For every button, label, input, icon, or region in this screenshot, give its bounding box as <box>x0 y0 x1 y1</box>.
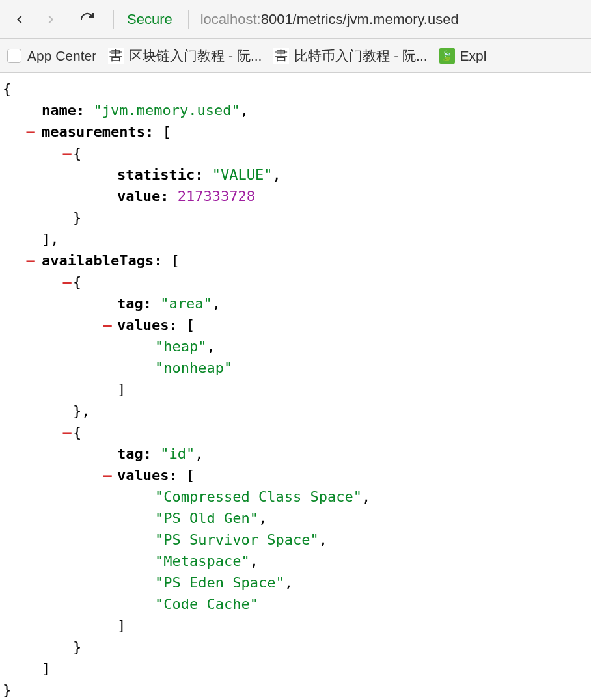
browser-toolbar: Secure localhost:8001/metrics/jvm.memory… <box>0 0 591 39</box>
collapse-toggle[interactable]: – <box>62 422 72 443</box>
json-brace: { <box>3 81 11 97</box>
json-str: "PS Survivor Space" <box>155 532 319 548</box>
collapse-toggle[interactable]: – <box>62 271 72 293</box>
bookmarks-bar: App Center 書 区块链入门教程 - 阮... 書 比特币入门教程 - … <box>0 39 591 73</box>
collapse-toggle[interactable]: – <box>26 250 35 271</box>
json-key-value: value: <box>117 188 169 204</box>
url-host: localhost: <box>200 11 261 27</box>
json-key-values: values: <box>117 317 178 333</box>
folder-icon <box>7 48 22 64</box>
url-display[interactable]: localhost:8001/metrics/jvm.memory.used <box>200 11 459 28</box>
url-path: 8001/metrics/jvm.memory.used <box>261 11 459 27</box>
collapse-toggle[interactable]: – <box>26 121 35 142</box>
json-viewer: { name: "jvm.memory.used", –measurements… <box>0 73 591 700</box>
json-str: "heap" <box>155 338 206 355</box>
json-str: "jvm.memory.used" <box>93 102 240 118</box>
bookmark-label: 区块链入门教程 - 阮... <box>129 47 262 65</box>
json-key-statistic: statistic: <box>117 167 203 183</box>
json-str: "id" <box>160 446 195 462</box>
book-icon: 書 <box>108 48 124 64</box>
bookmark-app-center[interactable]: App Center <box>7 48 96 64</box>
bookmark-bitcoin[interactable]: 書 比特币入门教程 - 阮... <box>273 47 427 65</box>
spring-icon: 🍃 <box>439 48 455 64</box>
json-key-tag: tag: <box>117 446 152 462</box>
json-key-tag: tag: <box>117 295 152 312</box>
collapse-toggle[interactable]: – <box>103 314 112 336</box>
collapse-toggle[interactable]: – <box>62 142 72 164</box>
json-str: "PS Old Gen" <box>155 510 258 526</box>
json-key-availabletags: availableTags: <box>42 252 162 269</box>
bookmark-blockchain[interactable]: 書 区块链入门教程 - 阮... <box>108 47 262 65</box>
bookmark-label: 比特币入门教程 - 阮... <box>294 47 427 65</box>
json-str: "Code Cache" <box>155 596 258 612</box>
secure-label: Secure <box>127 11 172 28</box>
refresh-button[interactable] <box>74 7 100 33</box>
collapse-toggle[interactable]: – <box>103 464 112 486</box>
back-button[interactable] <box>7 7 33 33</box>
json-brace: } <box>3 682 11 698</box>
bookmark-expl[interactable]: 🍃 Expl <box>439 48 487 64</box>
book-icon: 書 <box>273 48 289 64</box>
bookmark-label: App Center <box>27 48 96 64</box>
json-key-values: values: <box>117 467 178 483</box>
json-str: "area" <box>160 295 212 312</box>
json-str: "PS Eden Space" <box>155 574 284 591</box>
url-divider <box>188 10 189 29</box>
json-str: "Metaspace" <box>155 553 250 569</box>
json-str: "VALUE" <box>212 167 273 183</box>
json-key-name: name: <box>42 102 85 118</box>
toolbar-divider <box>113 10 114 29</box>
json-number: 217333728 <box>178 188 255 204</box>
json-key-measurements: measurements: <box>42 124 154 140</box>
json-str: "Compressed Class Space" <box>155 489 362 505</box>
bookmark-label: Expl <box>460 48 487 64</box>
json-str: "nonheap" <box>155 360 232 376</box>
forward-button[interactable] <box>38 7 64 33</box>
